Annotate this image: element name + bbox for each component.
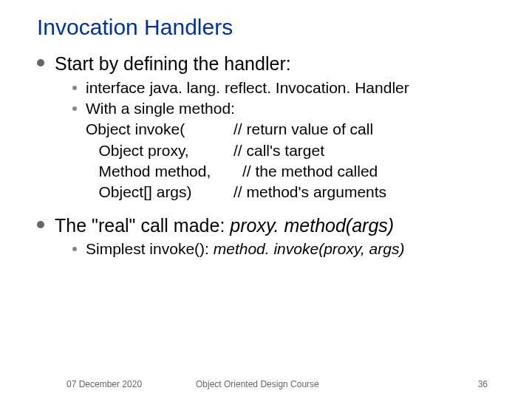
code-comment: // return value of call <box>233 119 373 140</box>
bullet-text: Start by defining the handler: <box>55 52 291 76</box>
slide-title: Invocation Handlers <box>37 15 502 40</box>
sub-bullet-simplest: Simplest invoke(): method. invoke(proxy,… <box>72 239 502 259</box>
bullet-marker-icon <box>72 86 77 90</box>
sub-bullet-text: Simplest invoke(): method. invoke(proxy,… <box>86 239 404 259</box>
code-line: Method method, // the method called <box>86 161 502 182</box>
code-line: Object[] args) // method's arguments <box>86 182 502 202</box>
bullet-marker-icon <box>72 106 77 111</box>
code-text: Object proxy, <box>86 140 233 161</box>
code-text: Method method, <box>86 161 242 182</box>
footer-course: Object Oriented Design Course <box>196 379 319 389</box>
bullet-text: The "real" call made: proxy. method(args… <box>55 214 394 238</box>
slide-body: Invocation Handlers Start by defining th… <box>0 0 532 259</box>
code-line: Object proxy, // call's target <box>86 140 502 161</box>
code-text: Object[] args) <box>86 182 233 202</box>
sub-bullet-single-method: With a single method: <box>72 98 502 119</box>
text-italic: method. invoke(proxy, args) <box>214 240 405 257</box>
code-comment: // the method called <box>242 161 378 182</box>
text-italic: proxy. method(args) <box>230 215 394 236</box>
bullet-marker-icon <box>37 59 44 66</box>
sub-bullet-text: interface java. lang. reflect. Invocatio… <box>86 78 409 98</box>
text-prefix: The "real" call made: <box>55 215 230 236</box>
text-prefix: Simplest invoke(): <box>86 240 214 257</box>
bullet-real-call: The "real" call made: proxy. method(args… <box>37 214 502 238</box>
footer-date: 07 December 2020 <box>66 379 142 389</box>
code-comment: // method's arguments <box>233 182 386 202</box>
code-text: Object invoke( <box>86 119 233 140</box>
footer-page-number: 36 <box>478 379 488 389</box>
bullet-marker-icon <box>37 221 44 228</box>
bullet-marker-icon <box>72 247 77 251</box>
code-comment: // call's target <box>233 140 324 161</box>
sub-bullet-interface: interface java. lang. reflect. Invocatio… <box>72 78 502 98</box>
sub-bullet-text: With a single method: <box>86 98 235 119</box>
code-line: Object invoke( // return value of call <box>86 119 502 140</box>
bullet-start: Start by defining the handler: <box>37 52 502 76</box>
code-signature: Object invoke( // return value of call O… <box>86 119 502 202</box>
